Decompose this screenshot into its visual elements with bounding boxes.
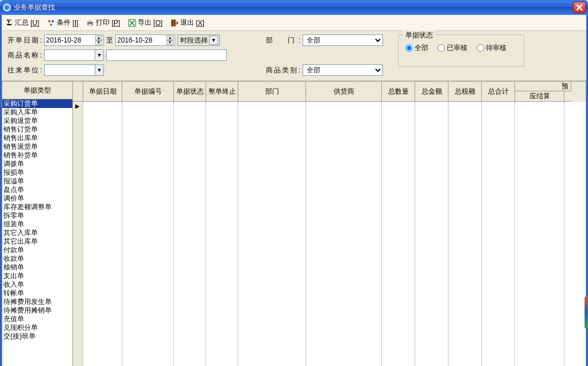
toolbar-cond-label: 条件 xyxy=(57,18,71,28)
toolbar-sum-label: 汇总 xyxy=(15,18,29,28)
spin-down-icon[interactable]: ▼ xyxy=(167,40,173,45)
type-item[interactable]: 调价单 xyxy=(2,194,72,203)
col-supplier[interactable]: 供货商 xyxy=(306,82,382,102)
grid-corner xyxy=(73,82,83,102)
col-sub2[interactable] xyxy=(564,91,571,102)
status-radio-0[interactable]: 全部 xyxy=(405,43,428,53)
col-amount[interactable]: 总金额 xyxy=(415,82,448,102)
type-item[interactable]: 销售订货单 xyxy=(2,125,72,134)
col-total[interactable]: 总合计 xyxy=(482,82,515,102)
type-item[interactable]: 报溢单 xyxy=(2,177,72,186)
svg-point-2 xyxy=(50,24,52,26)
type-list[interactable]: 采购订货单采购入库单采购退货单销售订货单销售出库单销售退货单销售补货单调拨单报损… xyxy=(2,99,72,366)
type-item[interactable]: 调拨单 xyxy=(2,160,72,168)
export-icon xyxy=(128,19,136,27)
sigma-icon: Σ xyxy=(5,19,13,27)
svg-point-1 xyxy=(52,20,54,22)
col-tax[interactable]: 总税额 xyxy=(448,82,482,102)
dept-select[interactable]: 全部 xyxy=(303,34,383,46)
toolbar-sum-button[interactable]: Σ 汇总[U] xyxy=(5,18,39,28)
toolbar: Σ 汇总[U] 条件[I] 打印[P] 导出[O] 退出[X] xyxy=(2,15,586,31)
product-name-dropdown[interactable]: ▼ xyxy=(95,49,104,61)
type-item[interactable]: 其它入库单 xyxy=(2,229,72,237)
type-item[interactable]: 报损单 xyxy=(2,168,72,177)
status-radio-label: 全部 xyxy=(415,43,428,53)
type-item[interactable]: 其它出库单 xyxy=(2,237,72,246)
status-radio-input[interactable] xyxy=(405,44,413,52)
edge-handle xyxy=(585,296,588,329)
type-item[interactable]: 销售出库单 xyxy=(2,134,72,142)
type-item[interactable]: 采购入库单 xyxy=(2,108,72,117)
col-status[interactable]: 单据状态 xyxy=(174,82,206,102)
status-radio-1[interactable]: 已审核 xyxy=(438,43,467,53)
product-name-extra-input[interactable] xyxy=(106,49,227,61)
toolbar-export-label: 导出 xyxy=(138,18,152,28)
type-item[interactable]: 待摊费用发生单 xyxy=(2,298,72,306)
date-from-input[interactable]: 2016-10-28 ▲▼ xyxy=(44,34,104,46)
status-radio-input[interactable] xyxy=(477,44,484,52)
type-item[interactable]: 采购订货单 xyxy=(2,99,72,108)
type-item[interactable]: 交(接)班单 xyxy=(2,332,72,341)
type-item[interactable]: 转帐单 xyxy=(2,289,72,298)
toolbar-cond-button[interactable]: 条件[I] xyxy=(47,18,78,28)
status-radio-input[interactable] xyxy=(438,44,445,52)
type-item[interactable]: 销售退货单 xyxy=(2,142,72,151)
party-label: 往来单位: xyxy=(7,66,42,75)
grid-body[interactable]: ▶ xyxy=(73,102,586,366)
type-item[interactable]: 支出单 xyxy=(2,272,72,280)
col-end[interactable]: 整单终止 xyxy=(206,82,238,102)
type-item[interactable]: 充值单 xyxy=(2,315,72,323)
type-item[interactable]: 付款单 xyxy=(2,246,72,255)
printer-icon xyxy=(86,19,94,27)
period-select-button[interactable]: 时段选择 ▼ xyxy=(177,34,220,46)
col-group[interactable]: 预 xyxy=(515,82,571,91)
spin-down-icon[interactable]: ▼ xyxy=(95,40,102,45)
type-panel: 单据类型 采购订货单采购入库单采购退货单销售订货单销售出库单销售退货单销售补货单… xyxy=(2,81,73,366)
titlebar: 业务单据查找 xyxy=(0,0,588,15)
toolbar-exit-label: 退出 xyxy=(180,18,194,28)
type-item[interactable]: 核销单 xyxy=(2,263,72,272)
col-qty[interactable]: 总数量 xyxy=(382,82,415,102)
product-name-input[interactable] xyxy=(44,49,95,61)
svg-rect-5 xyxy=(88,24,92,26)
type-panel-header: 单据类型 xyxy=(2,81,72,99)
current-row-marker-icon: ▶ xyxy=(75,103,80,109)
type-item[interactable]: 库存差额调整单 xyxy=(2,203,72,211)
col-sub1[interactable]: 应结算 xyxy=(515,91,564,102)
status-radio-label: 已审核 xyxy=(447,43,467,53)
type-item[interactable]: 销售补货单 xyxy=(2,151,72,160)
grid-header: 单据日期 单据编号 单据状态 整单终止 部门 供货商 总数量 总金额 总税额 总… xyxy=(73,82,586,102)
type-item[interactable]: 盘点单 xyxy=(2,186,72,194)
toolbar-print-label: 打印 xyxy=(96,18,110,28)
date-to-input[interactable]: 2016-10-28 ▲▼ xyxy=(115,34,175,46)
close-button[interactable] xyxy=(573,2,586,13)
col-no[interactable]: 单据编号 xyxy=(122,82,174,102)
party-input[interactable] xyxy=(44,64,95,76)
type-item[interactable]: 收款单 xyxy=(2,255,72,263)
col-date[interactable]: 单据日期 xyxy=(83,82,122,102)
category-select[interactable]: 全部 xyxy=(303,64,383,76)
status-groupbox: 单据状态 全部已审核待审核 xyxy=(398,34,524,67)
filter-area: 开单日期: 2016-10-28 ▲▼ 至 2016-10-28 ▲▼ 时段选择… xyxy=(2,31,586,81)
spin-up-icon[interactable]: ▲ xyxy=(95,36,102,40)
toolbar-print-button[interactable]: 打印[P] xyxy=(86,18,120,28)
status-legend: 单据状态 xyxy=(403,30,435,40)
toolbar-export-button[interactable]: 导出[O] xyxy=(128,18,163,28)
status-radio-label: 待审核 xyxy=(486,43,506,53)
condition-icon xyxy=(47,19,55,27)
type-item[interactable]: 组装单 xyxy=(2,220,72,229)
toolbar-exit-button[interactable]: 退出[X] xyxy=(171,18,204,28)
spin-up-icon[interactable]: ▲ xyxy=(167,36,173,40)
type-item[interactable]: 待摊费用摊销单 xyxy=(2,306,72,315)
type-item[interactable]: 收入单 xyxy=(2,280,72,289)
type-item[interactable]: 拆零单 xyxy=(2,211,72,220)
type-item[interactable]: 采购退货单 xyxy=(2,117,72,125)
status-radio-2[interactable]: 待审核 xyxy=(477,43,506,53)
party-dropdown[interactable]: ▼ xyxy=(95,64,104,76)
chevron-down-icon: ▼ xyxy=(209,36,218,45)
col-dept[interactable]: 部门 xyxy=(238,82,306,102)
date-from-label: 开单日期: xyxy=(7,36,42,45)
dept-label: 部 门: xyxy=(266,36,300,45)
product-name-label: 商品名称: xyxy=(7,51,42,60)
type-item[interactable]: 兑现积分单 xyxy=(2,323,72,332)
